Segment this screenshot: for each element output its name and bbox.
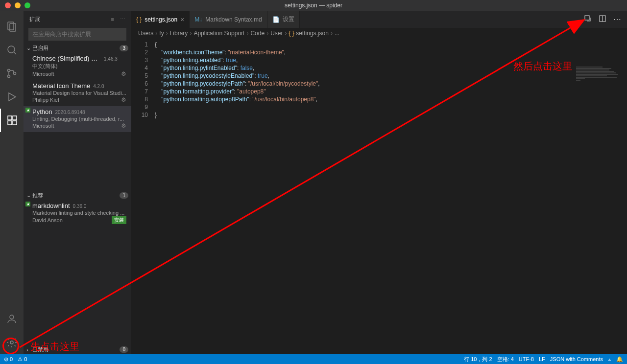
svg-point-4 [8, 69, 10, 72]
disabled-count-badge: 0 [120, 346, 128, 353]
status-item[interactable]: JSON with Comments [550, 356, 603, 362]
extension-description: Linting, Debugging (multi-threaded, r... [32, 116, 126, 122]
minimap[interactable] [576, 67, 620, 91]
breadcrumb-item[interactable]: Users [138, 30, 153, 37]
code-line[interactable]: "python.linting.pylintEnabled": false, [155, 64, 627, 72]
extension-publisher: Microsoft [32, 123, 54, 129]
chevron-right-icon: › [155, 30, 157, 37]
editor-tab[interactable]: { } settings.json × [131, 11, 190, 28]
status-item[interactable]: UTF-8 [519, 356, 534, 362]
section-recommended[interactable]: ⌄推荐 1 [24, 191, 131, 200]
extension-item[interactable]: ★ markdownlint0.36.0 Markdown linting an… [24, 200, 131, 227]
gear-icon[interactable]: ⚙ [121, 96, 126, 103]
extension-name: Python [32, 108, 52, 115]
code-line[interactable]: "python.linting.pycodestyleEnabled": tru… [155, 72, 627, 80]
install-button[interactable]: 安装 [112, 216, 126, 224]
line-number: 8 [131, 95, 148, 103]
accounts-icon[interactable] [0, 307, 24, 331]
editor-tab[interactable]: 📄 设置 [267, 11, 300, 28]
line-number: 4 [131, 64, 148, 72]
extension-item[interactable]: ★ Python2020.6.89148 Linting, Debugging … [24, 106, 131, 132]
tab-label: Markdown Syntax.md [205, 16, 262, 23]
code-line[interactable]: "python.formatting.autopep8Path": "/usr/… [155, 95, 627, 103]
code-line[interactable]: "python.linting.enabled": true, [155, 56, 627, 64]
file-icon: M↓ [194, 16, 202, 23]
svg-rect-14 [585, 16, 589, 20]
filter-icon[interactable]: ≡ [111, 16, 114, 23]
code-line[interactable] [155, 103, 627, 111]
breadcrumb-item[interactable]: { } settings.json [289, 30, 328, 37]
extension-version: 4.2.0 [93, 84, 104, 89]
status-item[interactable]: ⟁ [608, 356, 611, 362]
status-item[interactable]: LF [539, 356, 545, 362]
svg-line-3 [14, 52, 16, 54]
chevron-down-icon: ⌄ [26, 192, 30, 199]
code-line[interactable]: { [155, 41, 627, 48]
more-icon[interactable]: ⋯ [120, 16, 125, 23]
code-line[interactable]: "workbench.iconTheme": "material-icon-th… [155, 48, 627, 56]
chevron-right-icon: › [166, 30, 168, 37]
line-number: 7 [131, 88, 148, 95]
window-title: settings.json — spider [285, 2, 342, 9]
status-item[interactable]: 空格: 4 [497, 356, 514, 363]
window-close-button[interactable] [5, 2, 11, 8]
svg-point-2 [8, 46, 15, 53]
code-line[interactable]: "python.formatting.provider": "autopep8" [155, 88, 627, 95]
extension-description: 中文(简体) [32, 63, 126, 70]
window-maximize-button[interactable] [24, 2, 30, 8]
code-line[interactable]: } [155, 111, 627, 119]
search-icon[interactable] [0, 38, 24, 62]
recommended-count-badge: 1 [120, 192, 128, 199]
run-debug-icon[interactable] [0, 85, 24, 109]
extension-item[interactable]: Material Icon Theme4.2.0 Material Design… [24, 80, 131, 106]
status-item[interactable]: 行 10，列 2 [464, 356, 492, 363]
breadcrumb-item[interactable]: Application Support [193, 30, 244, 37]
settings-gear-icon[interactable] [0, 331, 24, 354]
sidebar-title: 扩展 [29, 16, 40, 23]
status-item[interactable]: ⚠ 0 [18, 356, 27, 363]
breadcrumb-item[interactable]: Code [250, 30, 265, 37]
line-number: 10 [131, 111, 148, 119]
extension-search-input[interactable] [28, 28, 126, 41]
tab-label: settings.json [145, 16, 177, 23]
code-editor[interactable]: 12345678910 { "workbench.iconTheme": "ma… [131, 39, 627, 354]
status-bar: ⊘ 0⚠ 0 行 10，列 2空格: 4UTF-8LFJSON with Com… [0, 354, 627, 364]
close-icon[interactable]: × [180, 16, 184, 23]
line-number: 3 [131, 56, 148, 64]
gear-icon[interactable]: ⚙ [121, 122, 126, 129]
extensions-icon[interactable] [0, 109, 24, 132]
breadcrumb-item[interactable]: fy [159, 30, 164, 37]
extensions-sidebar: 扩展 ≡ ⋯ ⌄已启用 3 Chinese (Simplified) Langu… [24, 11, 131, 354]
breadcrumb[interactable]: Users›fy›Library›Application Support›Cod… [131, 28, 627, 39]
window-minimize-button[interactable] [15, 2, 21, 8]
tab-bar: { } settings.json × M↓ Markdown Syntax.m… [131, 11, 627, 28]
code-line[interactable]: "python.linting.pycodestylePath": "/usr/… [155, 80, 627, 88]
gear-icon[interactable]: ⚙ [121, 70, 126, 77]
chevron-right-icon: › [331, 30, 333, 37]
breadcrumb-item[interactable]: User [270, 30, 283, 37]
extension-description: Markdown linting and style checking ... [32, 210, 126, 216]
breadcrumb-item[interactable]: ... [335, 30, 339, 37]
more-actions-icon[interactable]: ⋯ [613, 15, 621, 24]
status-item[interactable]: 🔔 [616, 356, 623, 363]
section-disabled[interactable]: ›已禁用 0 [24, 345, 131, 354]
section-enabled[interactable]: ⌄已启用 3 [24, 44, 131, 53]
chevron-right-icon: › [266, 30, 268, 37]
file-icon: { } [136, 16, 142, 23]
open-settings-json-icon[interactable] [584, 15, 592, 24]
line-number: 6 [131, 80, 148, 88]
editor-tab[interactable]: M↓ Markdown Syntax.md [190, 11, 267, 28]
activity-bar [0, 11, 24, 354]
line-number: 1 [131, 41, 148, 48]
extension-name: Material Icon Theme [32, 82, 90, 90]
extension-name: markdownlint [32, 202, 70, 209]
status-item[interactable]: ⊘ 0 [4, 356, 13, 363]
extension-version: 2020.6.89148 [55, 110, 85, 115]
editor-area: { } settings.json × M↓ Markdown Syntax.m… [131, 11, 627, 354]
breadcrumb-item[interactable]: Library [170, 30, 188, 37]
split-editor-icon[interactable] [599, 15, 606, 24]
svg-rect-11 [13, 121, 17, 125]
source-control-icon[interactable] [0, 62, 24, 85]
explorer-icon[interactable] [0, 15, 24, 38]
extension-item[interactable]: Chinese (Simplified) Langua...1.46.3 中文(… [24, 53, 131, 80]
